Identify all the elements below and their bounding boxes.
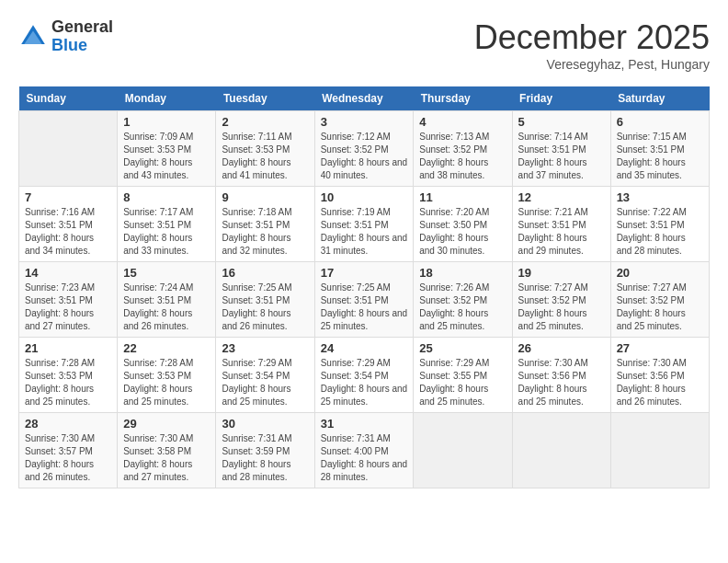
calendar-cell: 3Sunrise: 7:12 AMSunset: 3:52 PMDaylight… [314,111,414,187]
logo-general: General [51,18,113,37]
day-info: Sunrise: 7:31 AMSunset: 3:59 PMDaylight:… [222,432,308,484]
day-info: Sunrise: 7:19 AMSunset: 3:51 PMDaylight:… [321,206,408,258]
calendar-cell: 4Sunrise: 7:13 AMSunset: 3:52 PMDaylight… [414,111,512,187]
day-number: 17 [321,266,408,280]
calendar-cell: 1Sunrise: 7:09 AMSunset: 3:53 PMDaylight… [118,111,216,187]
day-info: Sunrise: 7:29 AMSunset: 3:54 PMDaylight:… [222,357,308,408]
day-info: Sunrise: 7:29 AMSunset: 3:54 PMDaylight:… [321,357,408,408]
logo-blue: Blue [51,37,113,55]
day-info: Sunrise: 7:30 AMSunset: 3:58 PMDaylight:… [123,432,210,484]
calendar-cell: 16Sunrise: 7:25 AMSunset: 3:51 PMDayligh… [216,262,314,338]
day-info: Sunrise: 7:30 AMSunset: 3:56 PMDaylight:… [617,357,703,408]
day-number: 24 [321,341,408,355]
day-number: 27 [617,341,703,355]
day-number: 7 [25,190,111,204]
day-number: 3 [321,115,408,129]
calendar-cell: 9Sunrise: 7:18 AMSunset: 3:51 PMDaylight… [216,187,314,262]
day-info: Sunrise: 7:14 AMSunset: 3:51 PMDaylight:… [518,131,605,182]
day-number: 26 [518,341,605,355]
calendar-cell: 11Sunrise: 7:20 AMSunset: 3:50 PMDayligh… [414,187,512,262]
calendar-cell: 15Sunrise: 7:24 AMSunset: 3:51 PMDayligh… [118,262,216,338]
day-info: Sunrise: 7:11 AMSunset: 3:53 PMDaylight:… [222,131,308,182]
weekday-header: Tuesday [216,86,314,111]
day-number: 14 [25,266,111,280]
day-number: 29 [123,417,210,431]
day-number: 4 [419,115,506,129]
calendar-cell: 7Sunrise: 7:16 AMSunset: 3:51 PMDaylight… [19,187,118,262]
day-number: 16 [222,266,308,280]
calendar-cell: 28Sunrise: 7:30 AMSunset: 3:57 PMDayligh… [19,413,118,488]
day-number: 8 [123,190,210,204]
day-info: Sunrise: 7:21 AMSunset: 3:51 PMDaylight:… [518,206,605,258]
calendar-cell: 10Sunrise: 7:19 AMSunset: 3:51 PMDayligh… [314,187,414,262]
day-number: 13 [617,190,703,204]
calendar-cell [610,413,709,488]
calendar-cell [414,413,512,488]
day-number: 6 [617,115,703,129]
day-number: 28 [25,417,111,431]
calendar-cell: 22Sunrise: 7:28 AMSunset: 3:53 PMDayligh… [118,338,216,413]
calendar-week-row: 14Sunrise: 7:23 AMSunset: 3:51 PMDayligh… [19,262,710,338]
page-header: General Blue December 2025 Veresegyhaz, … [18,18,710,72]
day-info: Sunrise: 7:25 AMSunset: 3:51 PMDaylight:… [222,282,308,333]
day-info: Sunrise: 7:28 AMSunset: 3:53 PMDaylight:… [123,357,210,408]
calendar-week-row: 1Sunrise: 7:09 AMSunset: 3:53 PMDaylight… [19,111,710,187]
calendar-cell: 23Sunrise: 7:29 AMSunset: 3:54 PMDayligh… [216,338,314,413]
day-number: 2 [222,115,308,129]
calendar-cell [19,111,118,187]
calendar-cell: 18Sunrise: 7:26 AMSunset: 3:52 PMDayligh… [414,262,512,338]
day-number: 11 [419,190,506,204]
weekday-header-row: SundayMondayTuesdayWednesdayThursdayFrid… [19,86,710,111]
calendar-cell: 24Sunrise: 7:29 AMSunset: 3:54 PMDayligh… [314,338,414,413]
calendar-cell: 29Sunrise: 7:30 AMSunset: 3:58 PMDayligh… [118,413,216,488]
day-info: Sunrise: 7:27 AMSunset: 3:52 PMDaylight:… [617,282,703,333]
day-info: Sunrise: 7:18 AMSunset: 3:51 PMDaylight:… [222,206,308,258]
day-info: Sunrise: 7:28 AMSunset: 3:53 PMDaylight:… [25,357,111,408]
day-info: Sunrise: 7:31 AMSunset: 4:00 PMDaylight:… [321,432,408,484]
calendar-cell: 27Sunrise: 7:30 AMSunset: 3:56 PMDayligh… [610,338,709,413]
day-number: 1 [123,115,210,129]
calendar-cell: 30Sunrise: 7:31 AMSunset: 3:59 PMDayligh… [216,413,314,488]
day-number: 15 [123,266,210,280]
day-info: Sunrise: 7:23 AMSunset: 3:51 PMDaylight:… [25,282,111,333]
day-number: 30 [222,417,308,431]
calendar-cell: 12Sunrise: 7:21 AMSunset: 3:51 PMDayligh… [512,187,610,262]
title-block: December 2025 Veresegyhaz, Pest, Hungary [474,18,710,72]
day-number: 5 [518,115,605,129]
month-title: December 2025 [474,18,710,57]
day-number: 18 [419,266,506,280]
day-info: Sunrise: 7:17 AMSunset: 3:51 PMDaylight:… [123,206,210,258]
day-number: 20 [617,266,703,280]
weekday-header: Thursday [414,86,512,111]
calendar-week-row: 28Sunrise: 7:30 AMSunset: 3:57 PMDayligh… [19,413,710,488]
calendar-cell: 5Sunrise: 7:14 AMSunset: 3:51 PMDaylight… [512,111,610,187]
calendar-cell: 2Sunrise: 7:11 AMSunset: 3:53 PMDaylight… [216,111,314,187]
day-info: Sunrise: 7:12 AMSunset: 3:52 PMDaylight:… [321,131,408,182]
day-number: 25 [419,341,506,355]
day-number: 23 [222,341,308,355]
day-info: Sunrise: 7:29 AMSunset: 3:55 PMDaylight:… [419,357,506,408]
day-number: 22 [123,341,210,355]
calendar-cell: 8Sunrise: 7:17 AMSunset: 3:51 PMDaylight… [118,187,216,262]
calendar-table: SundayMondayTuesdayWednesdayThursdayFrid… [18,86,710,488]
calendar-cell: 31Sunrise: 7:31 AMSunset: 4:00 PMDayligh… [314,413,414,488]
calendar-cell: 20Sunrise: 7:27 AMSunset: 3:52 PMDayligh… [610,262,709,338]
day-number: 31 [321,417,408,431]
calendar-cell [512,413,610,488]
calendar-cell: 17Sunrise: 7:25 AMSunset: 3:51 PMDayligh… [314,262,414,338]
day-info: Sunrise: 7:25 AMSunset: 3:51 PMDaylight:… [321,282,408,333]
day-number: 10 [321,190,408,204]
day-number: 12 [518,190,605,204]
logo-text: General Blue [51,18,113,55]
day-info: Sunrise: 7:30 AMSunset: 3:57 PMDaylight:… [25,432,111,484]
day-info: Sunrise: 7:24 AMSunset: 3:51 PMDaylight:… [123,282,210,333]
weekday-header: Monday [118,86,216,111]
day-info: Sunrise: 7:13 AMSunset: 3:52 PMDaylight:… [419,131,506,182]
day-number: 9 [222,190,308,204]
calendar-cell: 25Sunrise: 7:29 AMSunset: 3:55 PMDayligh… [414,338,512,413]
day-info: Sunrise: 7:26 AMSunset: 3:52 PMDaylight:… [419,282,506,333]
day-info: Sunrise: 7:22 AMSunset: 3:51 PMDaylight:… [617,206,703,258]
day-info: Sunrise: 7:09 AMSunset: 3:53 PMDaylight:… [123,131,210,182]
calendar-cell: 19Sunrise: 7:27 AMSunset: 3:52 PMDayligh… [512,262,610,338]
calendar-week-row: 7Sunrise: 7:16 AMSunset: 3:51 PMDaylight… [19,187,710,262]
